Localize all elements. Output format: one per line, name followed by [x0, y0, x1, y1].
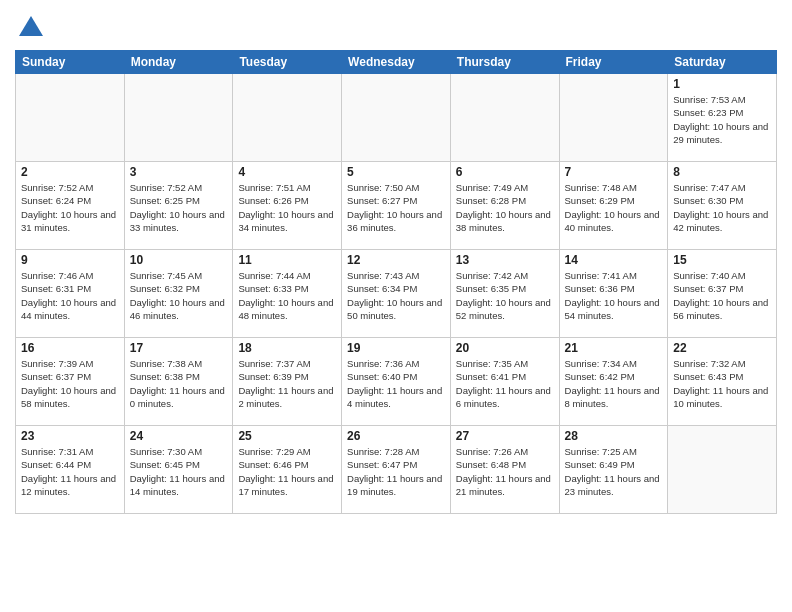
calendar-cell: 15Sunrise: 7:40 AM Sunset: 6:37 PM Dayli…	[668, 250, 777, 338]
day-number: 2	[21, 165, 119, 179]
day-number: 24	[130, 429, 228, 443]
day-info: Sunrise: 7:39 AM Sunset: 6:37 PM Dayligh…	[21, 357, 119, 410]
calendar-cell: 27Sunrise: 7:26 AM Sunset: 6:48 PM Dayli…	[450, 426, 559, 514]
day-info: Sunrise: 7:45 AM Sunset: 6:32 PM Dayligh…	[130, 269, 228, 322]
day-info: Sunrise: 7:37 AM Sunset: 6:39 PM Dayligh…	[238, 357, 336, 410]
calendar-header-thursday: Thursday	[450, 51, 559, 74]
day-number: 26	[347, 429, 445, 443]
calendar-cell: 1Sunrise: 7:53 AM Sunset: 6:23 PM Daylig…	[668, 74, 777, 162]
calendar-cell	[668, 426, 777, 514]
day-info: Sunrise: 7:50 AM Sunset: 6:27 PM Dayligh…	[347, 181, 445, 234]
day-number: 14	[565, 253, 663, 267]
calendar-cell: 19Sunrise: 7:36 AM Sunset: 6:40 PM Dayli…	[342, 338, 451, 426]
day-number: 21	[565, 341, 663, 355]
day-number: 25	[238, 429, 336, 443]
day-number: 27	[456, 429, 554, 443]
day-number: 4	[238, 165, 336, 179]
day-info: Sunrise: 7:26 AM Sunset: 6:48 PM Dayligh…	[456, 445, 554, 498]
day-number: 3	[130, 165, 228, 179]
calendar-cell: 13Sunrise: 7:42 AM Sunset: 6:35 PM Dayli…	[450, 250, 559, 338]
day-number: 13	[456, 253, 554, 267]
svg-marker-0	[19, 16, 43, 36]
calendar-cell: 10Sunrise: 7:45 AM Sunset: 6:32 PM Dayli…	[124, 250, 233, 338]
calendar-cell	[559, 74, 668, 162]
day-info: Sunrise: 7:40 AM Sunset: 6:37 PM Dayligh…	[673, 269, 771, 322]
calendar-header-sunday: Sunday	[16, 51, 125, 74]
calendar-cell: 2Sunrise: 7:52 AM Sunset: 6:24 PM Daylig…	[16, 162, 125, 250]
day-info: Sunrise: 7:35 AM Sunset: 6:41 PM Dayligh…	[456, 357, 554, 410]
day-info: Sunrise: 7:31 AM Sunset: 6:44 PM Dayligh…	[21, 445, 119, 498]
calendar-cell: 23Sunrise: 7:31 AM Sunset: 6:44 PM Dayli…	[16, 426, 125, 514]
day-info: Sunrise: 7:28 AM Sunset: 6:47 PM Dayligh…	[347, 445, 445, 498]
calendar-cell: 28Sunrise: 7:25 AM Sunset: 6:49 PM Dayli…	[559, 426, 668, 514]
day-info: Sunrise: 7:38 AM Sunset: 6:38 PM Dayligh…	[130, 357, 228, 410]
day-info: Sunrise: 7:48 AM Sunset: 6:29 PM Dayligh…	[565, 181, 663, 234]
day-info: Sunrise: 7:49 AM Sunset: 6:28 PM Dayligh…	[456, 181, 554, 234]
calendar-table: SundayMondayTuesdayWednesdayThursdayFrid…	[15, 50, 777, 514]
calendar-cell: 11Sunrise: 7:44 AM Sunset: 6:33 PM Dayli…	[233, 250, 342, 338]
calendar-header-friday: Friday	[559, 51, 668, 74]
day-number: 7	[565, 165, 663, 179]
calendar-week-1: 2Sunrise: 7:52 AM Sunset: 6:24 PM Daylig…	[16, 162, 777, 250]
calendar-cell: 4Sunrise: 7:51 AM Sunset: 6:26 PM Daylig…	[233, 162, 342, 250]
day-number: 28	[565, 429, 663, 443]
day-number: 6	[456, 165, 554, 179]
calendar-cell	[16, 74, 125, 162]
calendar-header-row: SundayMondayTuesdayWednesdayThursdayFrid…	[16, 51, 777, 74]
day-info: Sunrise: 7:29 AM Sunset: 6:46 PM Dayligh…	[238, 445, 336, 498]
day-info: Sunrise: 7:53 AM Sunset: 6:23 PM Dayligh…	[673, 93, 771, 146]
calendar-header-saturday: Saturday	[668, 51, 777, 74]
day-info: Sunrise: 7:42 AM Sunset: 6:35 PM Dayligh…	[456, 269, 554, 322]
header	[15, 10, 777, 42]
calendar-cell: 9Sunrise: 7:46 AM Sunset: 6:31 PM Daylig…	[16, 250, 125, 338]
day-number: 23	[21, 429, 119, 443]
day-number: 1	[673, 77, 771, 91]
calendar-header-tuesday: Tuesday	[233, 51, 342, 74]
calendar-cell	[342, 74, 451, 162]
calendar-cell: 8Sunrise: 7:47 AM Sunset: 6:30 PM Daylig…	[668, 162, 777, 250]
calendar-cell	[124, 74, 233, 162]
day-number: 15	[673, 253, 771, 267]
day-number: 19	[347, 341, 445, 355]
calendar-header-monday: Monday	[124, 51, 233, 74]
calendar-cell: 7Sunrise: 7:48 AM Sunset: 6:29 PM Daylig…	[559, 162, 668, 250]
day-number: 10	[130, 253, 228, 267]
calendar-cell	[233, 74, 342, 162]
day-info: Sunrise: 7:46 AM Sunset: 6:31 PM Dayligh…	[21, 269, 119, 322]
calendar-cell: 26Sunrise: 7:28 AM Sunset: 6:47 PM Dayli…	[342, 426, 451, 514]
day-info: Sunrise: 7:43 AM Sunset: 6:34 PM Dayligh…	[347, 269, 445, 322]
day-info: Sunrise: 7:34 AM Sunset: 6:42 PM Dayligh…	[565, 357, 663, 410]
day-info: Sunrise: 7:30 AM Sunset: 6:45 PM Dayligh…	[130, 445, 228, 498]
calendar-week-0: 1Sunrise: 7:53 AM Sunset: 6:23 PM Daylig…	[16, 74, 777, 162]
day-number: 22	[673, 341, 771, 355]
day-info: Sunrise: 7:32 AM Sunset: 6:43 PM Dayligh…	[673, 357, 771, 410]
calendar-cell: 3Sunrise: 7:52 AM Sunset: 6:25 PM Daylig…	[124, 162, 233, 250]
calendar-cell: 22Sunrise: 7:32 AM Sunset: 6:43 PM Dayli…	[668, 338, 777, 426]
day-info: Sunrise: 7:44 AM Sunset: 6:33 PM Dayligh…	[238, 269, 336, 322]
calendar-cell	[450, 74, 559, 162]
day-info: Sunrise: 7:25 AM Sunset: 6:49 PM Dayligh…	[565, 445, 663, 498]
day-info: Sunrise: 7:52 AM Sunset: 6:25 PM Dayligh…	[130, 181, 228, 234]
calendar-week-4: 23Sunrise: 7:31 AM Sunset: 6:44 PM Dayli…	[16, 426, 777, 514]
calendar-cell: 14Sunrise: 7:41 AM Sunset: 6:36 PM Dayli…	[559, 250, 668, 338]
day-info: Sunrise: 7:47 AM Sunset: 6:30 PM Dayligh…	[673, 181, 771, 234]
day-info: Sunrise: 7:52 AM Sunset: 6:24 PM Dayligh…	[21, 181, 119, 234]
day-number: 18	[238, 341, 336, 355]
day-number: 17	[130, 341, 228, 355]
calendar-cell: 21Sunrise: 7:34 AM Sunset: 6:42 PM Dayli…	[559, 338, 668, 426]
day-number: 11	[238, 253, 336, 267]
calendar-header-wednesday: Wednesday	[342, 51, 451, 74]
calendar-cell: 24Sunrise: 7:30 AM Sunset: 6:45 PM Dayli…	[124, 426, 233, 514]
logo	[15, 14, 45, 42]
page: SundayMondayTuesdayWednesdayThursdayFrid…	[0, 0, 792, 612]
calendar-cell: 18Sunrise: 7:37 AM Sunset: 6:39 PM Dayli…	[233, 338, 342, 426]
calendar-cell: 16Sunrise: 7:39 AM Sunset: 6:37 PM Dayli…	[16, 338, 125, 426]
calendar-cell: 25Sunrise: 7:29 AM Sunset: 6:46 PM Dayli…	[233, 426, 342, 514]
day-number: 20	[456, 341, 554, 355]
calendar-cell: 5Sunrise: 7:50 AM Sunset: 6:27 PM Daylig…	[342, 162, 451, 250]
day-number: 12	[347, 253, 445, 267]
calendar-cell: 20Sunrise: 7:35 AM Sunset: 6:41 PM Dayli…	[450, 338, 559, 426]
day-info: Sunrise: 7:51 AM Sunset: 6:26 PM Dayligh…	[238, 181, 336, 234]
calendar-week-2: 9Sunrise: 7:46 AM Sunset: 6:31 PM Daylig…	[16, 250, 777, 338]
day-info: Sunrise: 7:41 AM Sunset: 6:36 PM Dayligh…	[565, 269, 663, 322]
